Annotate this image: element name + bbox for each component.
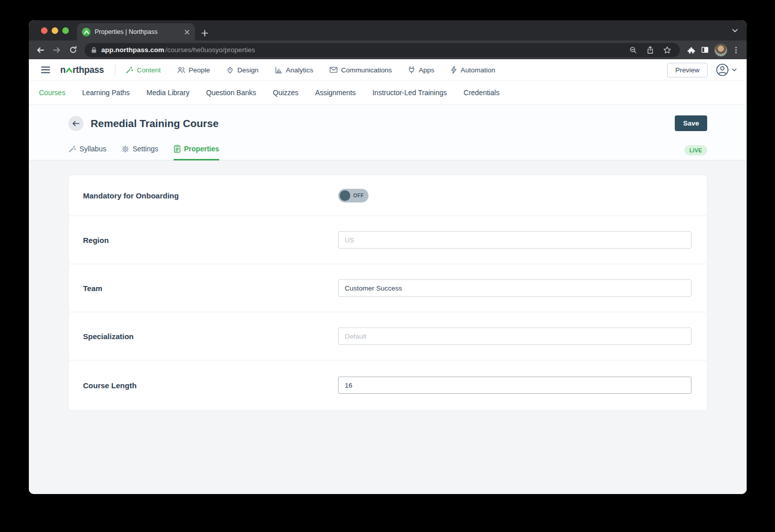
extensions-puzzle-icon[interactable]	[687, 46, 696, 54]
lightning-icon	[451, 66, 457, 74]
page-title: Remedial Training Course	[91, 117, 219, 130]
lock-icon	[91, 47, 97, 54]
nav-item-apps[interactable]: Apps	[408, 66, 434, 74]
content-sub-nav: Courses Learning Paths Media Library Que…	[29, 81, 747, 105]
tab-properties[interactable]: Properties	[174, 145, 219, 160]
plug-icon	[408, 66, 415, 74]
field-label: Specialization	[83, 332, 134, 341]
mandatory-onboarding-toggle[interactable]: OFF	[338, 189, 369, 202]
sub-nav-credentials[interactable]: Credentials	[464, 89, 500, 97]
bookmark-star-icon[interactable]	[661, 46, 674, 54]
back-icon[interactable]	[33, 43, 48, 58]
envelope-icon	[330, 66, 338, 73]
form-row-team: Team	[69, 264, 707, 312]
sub-nav-question-banks[interactable]: Question Banks	[206, 89, 256, 97]
main-nav: Content People Design Analytics Communic…	[126, 66, 495, 74]
browser-menu-kebab-icon[interactable]	[732, 46, 740, 54]
sub-nav-instructor-led-trainings[interactable]: Instructor-Led Trainings	[373, 89, 447, 97]
form-row-mandatory-for-onboarding: Mandatory for Onboarding OFF	[69, 175, 707, 216]
course-length-input[interactable]	[338, 377, 691, 394]
sub-nav-assignments[interactable]: Assignments	[315, 89, 356, 97]
reload-icon[interactable]	[65, 43, 80, 58]
northpass-chevron-icon	[66, 67, 72, 73]
course-tabs: Syllabus Settings Properties LIVE	[68, 145, 707, 160]
pen-nib-icon	[226, 66, 234, 74]
minimize-window-button[interactable]	[52, 27, 58, 34]
nav-item-communications[interactable]: Communications	[330, 66, 392, 74]
people-icon	[177, 66, 185, 74]
hamburger-menu-icon[interactable]	[39, 64, 52, 75]
region-input[interactable]	[338, 231, 691, 249]
browser-toolbar: app.northpass.com/courses/he0uosyo/prope…	[29, 40, 747, 59]
nav-item-automation[interactable]: Automation	[451, 66, 495, 74]
field-label: Team	[83, 284, 102, 293]
toolbar-right-cluster	[684, 44, 743, 57]
tab-search-chevron-icon[interactable]	[731, 27, 739, 34]
browser-window: Properties | Northpass app.northpass.com…	[29, 20, 747, 494]
form-row-specialization: Specialization	[69, 312, 707, 360]
form-row-course-length: Course Length	[69, 360, 707, 410]
toggle-knob	[340, 190, 350, 201]
new-tab-button[interactable]	[201, 29, 209, 37]
logo-text-suffix: rthpass	[73, 65, 104, 75]
sub-nav-media-library[interactable]: Media Library	[146, 89, 189, 97]
wand-icon	[68, 145, 76, 153]
field-label: Mandatory for Onboarding	[83, 191, 179, 200]
header-divider	[115, 64, 115, 75]
tab-close-icon[interactable]	[184, 29, 190, 35]
back-button[interactable]	[68, 116, 84, 131]
caret-down-icon	[732, 68, 737, 71]
northpass-logo[interactable]: n rthpass	[60, 65, 104, 75]
field-label: Course Length	[83, 381, 137, 390]
share-icon[interactable]	[644, 46, 657, 54]
field-label: Region	[83, 236, 109, 244]
address-bar[interactable]: app.northpass.com/courses/he0uosyo/prope…	[85, 43, 680, 57]
clipboard-icon	[174, 145, 181, 153]
tab-syllabus[interactable]: Syllabus	[68, 145, 106, 160]
preview-button[interactable]: Preview	[667, 63, 708, 77]
zoom-icon[interactable]	[627, 46, 640, 54]
browser-profile-avatar[interactable]	[714, 44, 727, 57]
properties-card: Mandatory for Onboarding OFF Region Team	[69, 175, 707, 410]
sub-nav-quizzes[interactable]: Quizzes	[273, 89, 299, 97]
bar-chart-icon	[275, 66, 282, 74]
form-row-region: Region	[69, 216, 707, 264]
properties-content: Mandatory for Onboarding OFF Region Team	[29, 160, 747, 494]
gear-icon	[121, 145, 129, 153]
fullscreen-window-button[interactable]	[62, 27, 69, 34]
northpass-favicon-icon	[82, 28, 91, 36]
nav-item-design[interactable]: Design	[226, 66, 259, 74]
browser-tab[interactable]: Properties | Northpass	[77, 23, 195, 40]
nav-item-analytics[interactable]: Analytics	[275, 66, 313, 74]
macos-traffic-lights[interactable]	[41, 27, 69, 34]
sub-nav-courses[interactable]: Courses	[39, 89, 65, 97]
url-path: /courses/he0uosyo/properties	[166, 46, 255, 54]
forward-icon[interactable]	[49, 43, 64, 58]
nav-item-people[interactable]: People	[177, 66, 210, 74]
sub-nav-learning-paths[interactable]: Learning Paths	[82, 89, 130, 97]
side-panel-icon[interactable]	[701, 46, 709, 54]
course-page-header: Remedial Training Course Save Syllabus S…	[29, 105, 747, 160]
toggle-state-label: OFF	[353, 193, 364, 198]
tab-title: Properties | Northpass	[95, 28, 180, 35]
account-menu[interactable]	[716, 63, 737, 76]
status-badge: LIVE	[684, 145, 707, 155]
browser-tabstrip: Properties | Northpass	[29, 20, 747, 40]
user-circle-icon	[716, 63, 729, 76]
logo-text-prefix: n	[60, 65, 66, 75]
specialization-input[interactable]	[338, 328, 691, 345]
tab-settings[interactable]: Settings	[121, 145, 158, 160]
save-button[interactable]: Save	[675, 115, 707, 131]
team-input[interactable]	[338, 279, 691, 297]
back-arrow-icon	[72, 120, 80, 127]
close-window-button[interactable]	[41, 27, 48, 34]
app-header: n rthpass Content People Design Analytic…	[29, 59, 747, 81]
url-domain: app.northpass.com	[101, 46, 165, 54]
wand-icon	[126, 66, 133, 74]
nav-item-content[interactable]: Content	[126, 66, 160, 74]
